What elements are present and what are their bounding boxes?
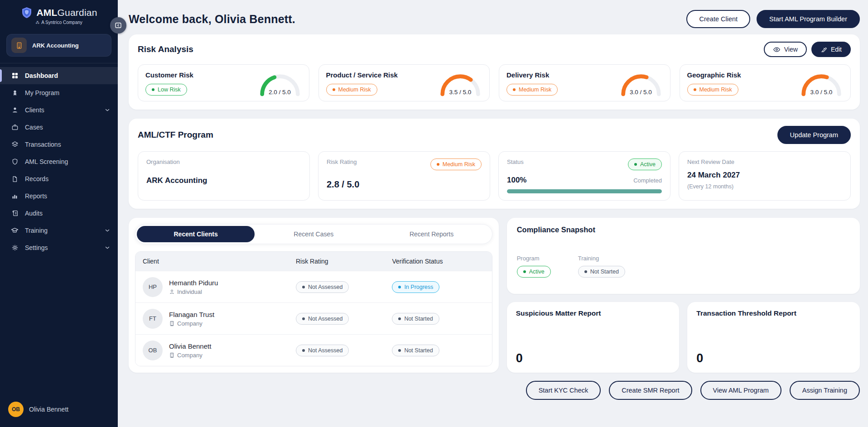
risk-rating-value: 2.8 / 5.0 xyxy=(327,179,482,190)
next-review-date: 24 March 2027 xyxy=(687,171,842,180)
tab-recent-cases[interactable]: Recent Cases xyxy=(255,226,372,242)
building-icon xyxy=(11,38,27,53)
status-label: Status xyxy=(507,158,524,165)
recent-clients-table: Client Risk Rating Verification Status H… xyxy=(135,251,492,366)
risk-analysis-section: Risk Analysis View Edit Customer Risk Lo… xyxy=(129,34,860,110)
chevron-down-icon xyxy=(104,227,111,234)
risk-level-badge: Medium Risk xyxy=(506,84,558,96)
assign-training-button[interactable]: Assign Training xyxy=(790,381,860,400)
organisation-value: ARK Accounting xyxy=(146,176,301,185)
transactions-icon xyxy=(11,141,19,149)
risk-gauge: 3.0 / 5.0 xyxy=(608,71,663,96)
sidebar-item-label: Dashboard xyxy=(25,72,58,79)
sidebar-item-training[interactable]: Training xyxy=(0,222,118,239)
compliance-snapshot-card: Compliance Snapshot Program Active Train… xyxy=(507,218,860,294)
individual-icon xyxy=(169,289,175,295)
my-program-icon xyxy=(11,89,19,97)
recent-tabs: Recent Clients Recent Cases Recent Repor… xyxy=(135,224,492,244)
risk-gauge-card-customer: Customer Risk Low Risk 2.0 / 5.0 xyxy=(138,64,309,101)
gauge-value: 3.0 / 5.0 xyxy=(619,89,663,96)
shield-icon xyxy=(11,158,19,166)
client-type-label: Company xyxy=(177,320,203,327)
column-header-client: Client xyxy=(135,258,296,265)
table-row[interactable]: OB Olivia Bennett Company Not Assessed N… xyxy=(135,334,492,366)
avatar: FT xyxy=(143,309,163,329)
column-header-verification-status: Verification Status xyxy=(392,258,492,265)
gauge-value: 3.5 / 5.0 xyxy=(439,89,482,96)
program-status-badge: Active xyxy=(517,266,551,278)
status-badge: Active xyxy=(628,158,662,170)
bar-chart-icon xyxy=(11,192,19,200)
brand-tagline: ⁂ A Syntrico Company xyxy=(35,20,82,25)
training-status-badge: Not Started xyxy=(578,266,625,278)
sidebar-item-label: Audits xyxy=(25,210,43,217)
gauge-value: 3.0 / 5.0 xyxy=(800,89,843,96)
sidebar-item-clients[interactable]: Clients xyxy=(0,101,118,119)
start-kyc-check-button[interactable]: Start KYC Check xyxy=(526,381,601,400)
sidebar-item-records[interactable]: Records xyxy=(0,170,118,187)
chevron-down-icon xyxy=(104,107,111,113)
sidebar-user[interactable]: OB Olivia Bennett xyxy=(0,394,118,427)
collapse-panel-icon xyxy=(114,21,122,29)
company-icon xyxy=(169,321,175,326)
view-aml-program-button[interactable]: View AML Program xyxy=(700,381,781,400)
sidebar-item-aml-screening[interactable]: AML Screening xyxy=(0,153,118,170)
organisation-card: Organisation ARK Accounting xyxy=(138,151,310,201)
aml-ctf-program-section: AML/CTF Program Update Program Organisat… xyxy=(129,119,860,209)
create-client-button[interactable]: Create Client xyxy=(686,10,750,28)
sidebar-item-cases[interactable]: Cases xyxy=(0,119,118,136)
sidebar-item-audits[interactable]: Audits xyxy=(0,205,118,222)
edit-pencil-icon xyxy=(820,46,827,53)
risk-rating-badge: Not Assessed xyxy=(296,345,349,356)
suspicious-matter-report-card: Suspicious Matter Report 0 xyxy=(507,302,680,373)
report-title: Suspicious Matter Report xyxy=(516,309,670,317)
risk-rating-badge: Not Assessed xyxy=(296,281,349,293)
sidebar-item-label: Training xyxy=(25,227,48,234)
org-selector[interactable]: ARK Accounting xyxy=(6,34,111,57)
tab-recent-clients[interactable]: Recent Clients xyxy=(137,226,255,242)
start-aml-program-builder-button[interactable]: Start AML Program Builder xyxy=(757,10,860,28)
page-title: Welcome back, Olivia Bennett. xyxy=(129,13,295,26)
avatar: HP xyxy=(143,277,163,297)
report-title: Transaction Threshold Report xyxy=(696,309,851,317)
edit-button[interactable]: Edit xyxy=(811,42,851,57)
sidebar-item-reports[interactable]: Reports xyxy=(0,187,118,205)
risk-rating-card: Risk Rating Medium Risk 2.8 / 5.0 xyxy=(318,151,490,201)
sidebar-item-label: Clients xyxy=(25,106,44,114)
risk-level-badge: Low Risk xyxy=(145,84,187,96)
create-smr-report-button[interactable]: Create SMR Report xyxy=(609,381,692,400)
recent-section: Recent Clients Recent Cases Recent Repor… xyxy=(129,218,499,373)
organisation-label: Organisation xyxy=(146,158,301,165)
syntrico-mark-icon: ⁂ xyxy=(35,20,39,25)
sidebar-item-label: My Program xyxy=(25,89,59,96)
dashboard-icon xyxy=(11,72,19,80)
client-name: Hemanth Piduru xyxy=(169,279,218,287)
sidebar-item-my-program[interactable]: My Program xyxy=(0,84,118,101)
risk-rating-label: Risk Rating xyxy=(327,158,357,165)
client-name: Flanagan Trust xyxy=(169,311,214,318)
verification-status-badge: Not Started xyxy=(392,313,439,325)
sidebar-item-settings[interactable]: Settings xyxy=(0,239,118,256)
gauge-value: 2.0 / 5.0 xyxy=(258,89,302,96)
sidebar-collapse-button[interactable] xyxy=(110,17,126,34)
risk-gauge: 2.0 / 5.0 xyxy=(247,71,302,96)
update-program-button[interactable]: Update Program xyxy=(777,126,851,144)
status-progress-bar xyxy=(507,189,662,193)
sidebar-item-transactions[interactable]: Transactions xyxy=(0,136,118,153)
gauge-title: Product / Service Risk xyxy=(326,71,398,79)
risk-rating-badge: Medium Risk xyxy=(430,158,482,170)
tab-recent-reports[interactable]: Recent Reports xyxy=(372,226,490,242)
sidebar-item-dashboard[interactable]: Dashboard xyxy=(0,67,118,84)
table-row[interactable]: FT Flanagan Trust Company Not Assessed N… xyxy=(135,302,492,334)
cases-icon xyxy=(11,124,19,131)
org-name: ARK Accounting xyxy=(32,42,79,49)
next-review-label: Next Review Date xyxy=(687,158,842,165)
table-row[interactable]: HP Hemanth Piduru Individual Not Assesse… xyxy=(135,271,492,302)
view-button[interactable]: View xyxy=(764,42,807,57)
risk-gauge-card-geographic: Geographic Risk Medium Risk 3.0 / 5.0 xyxy=(680,64,851,101)
next-review-card: Next Review Date 24 March 2027 (Every 12… xyxy=(679,151,851,201)
status-progress-fill xyxy=(507,189,662,193)
client-name: Olivia Bennett xyxy=(169,342,211,350)
risk-gauge: 3.5 / 5.0 xyxy=(428,71,482,96)
client-type-label: Company xyxy=(177,352,203,359)
